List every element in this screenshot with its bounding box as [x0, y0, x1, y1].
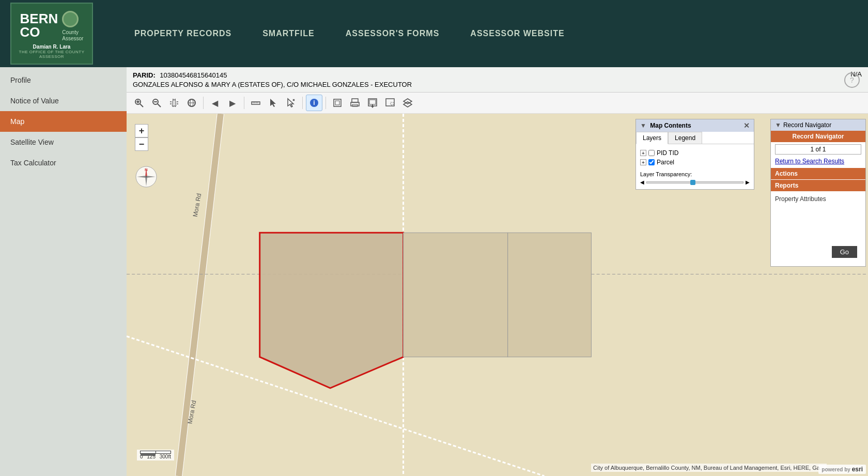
toolbar-sep-4	[326, 97, 326, 109]
map-overlay: Mora Rd Mora Rd	[127, 114, 868, 476]
record-navigator-panel: ▼ Record Navigator Record Navigator Retu…	[770, 119, 866, 267]
map-attribution: City of Albuquerque, Bernalillo County, …	[591, 464, 827, 472]
next-extent-btn[interactable]: ▶	[224, 95, 241, 111]
print-tool-btn[interactable]	[347, 95, 363, 111]
transparency-label: Layer Transparency:	[640, 171, 692, 177]
return-to-search-link[interactable]: Return to Search Results	[771, 157, 865, 168]
svg-rect-40	[404, 233, 508, 357]
layer-expand-parcel[interactable]: +	[640, 159, 646, 165]
overview-tool-btn[interactable]	[382, 95, 398, 111]
svg-rect-23	[352, 99, 358, 102]
layers-tab[interactable]: Layers	[636, 132, 668, 144]
legend-tab[interactable]: Legend	[668, 132, 702, 144]
sidebar-item-notice-of-value[interactable]: Notice of Value	[0, 90, 127, 111]
actions-section[interactable]: Actions	[771, 168, 865, 179]
logo-co: CO	[20, 25, 58, 39]
svg-text:Mora Rd: Mora Rd	[186, 400, 197, 425]
svg-text:i: i	[313, 99, 315, 106]
map-toolbar: ◀ ▶ i	[127, 93, 868, 114]
slider-right-arrow[interactable]: ▶	[746, 179, 750, 185]
svg-marker-39	[260, 233, 404, 388]
zoom-in-tool-btn[interactable]	[131, 95, 147, 111]
svg-rect-21	[334, 99, 341, 106]
compass: N	[135, 165, 156, 186]
layer-checkbox-pid[interactable]	[648, 150, 655, 156]
layer-expand-pid[interactable]: +	[640, 150, 646, 156]
sidebar: Profile Notice of Value Map Satellite Vi…	[0, 67, 127, 476]
measure-tool-btn[interactable]	[247, 95, 264, 111]
svg-marker-15	[270, 99, 276, 107]
reports-section[interactable]: Reports	[771, 180, 865, 191]
main-content: Profile Notice of Value Map Satellite Vi…	[0, 67, 868, 476]
panel-tabs: Layers Legend	[636, 132, 754, 144]
go-button[interactable]: Go	[832, 246, 857, 258]
layers-tool-btn[interactable]	[399, 95, 416, 111]
esri-logo: powered by esri	[818, 465, 866, 474]
zoom-out-tool-btn[interactable]	[148, 95, 165, 111]
map-area[interactable]: Mora Rd Mora Rd + −	[127, 114, 868, 476]
zoom-out-btn[interactable]: −	[135, 137, 148, 151]
nav-smartfile[interactable]: SMARTFILE	[262, 29, 315, 38]
svg-line-35	[179, 114, 221, 476]
parid-label: PARID:	[133, 71, 156, 79]
help-button[interactable]: ?	[844, 72, 860, 88]
layer-label-pid: PID TID	[657, 149, 678, 157]
clear-tool-btn[interactable]	[283, 95, 299, 111]
transparency-row: Layer Transparency: ◀ ▶	[640, 171, 750, 185]
nav-assessor-website[interactable]: ASSESSOR WEBSITE	[470, 29, 564, 38]
zoom-controls: + −	[135, 124, 148, 151]
toolbar-sep-1	[203, 97, 204, 109]
pan-tool-btn[interactable]	[166, 95, 182, 111]
map-contents-panel: ▼ Map Contents ✕ Layers Legend + PID	[636, 119, 754, 190]
property-attributes-link[interactable]: Property Attributes	[771, 191, 865, 207]
svg-marker-33	[404, 102, 412, 107]
map-contents-header: ▼ Map Contents ✕	[636, 119, 754, 132]
panel-body: + PID TID + Parcel Layer Transparency:	[636, 144, 754, 189]
slider-left-arrow[interactable]: ◀	[640, 179, 644, 185]
map-contents-close[interactable]: ✕	[743, 121, 750, 130]
record-nav-header-bar: ▼ Record Navigator	[771, 119, 865, 131]
svg-line-5	[158, 104, 161, 107]
prev-extent-btn[interactable]: ◀	[207, 95, 223, 111]
nav-property-records[interactable]: PROPERTY RECORDS	[134, 29, 231, 38]
layer-checkbox-parcel[interactable]	[648, 159, 655, 165]
zoom-in-btn[interactable]: +	[135, 124, 148, 137]
scale-bar: 0 125 300ft	[137, 450, 174, 460]
svg-rect-22	[335, 101, 339, 105]
toolbar-sep-2	[244, 97, 244, 109]
parid-value: 103804546815640145	[160, 71, 227, 79]
svg-line-38	[127, 336, 544, 476]
zoom-parcel-btn[interactable]	[329, 95, 346, 111]
logo-subtitle: THE OFFICE OF THE COUNTY ASSESSOR	[11, 50, 92, 59]
logo-county: County	[62, 29, 79, 36]
logo-name: Damian R. Lara	[11, 44, 92, 50]
transparency-thumb[interactable]	[690, 180, 695, 185]
sidebar-item-profile[interactable]: Profile	[0, 70, 127, 90]
select-tool-btn[interactable]	[265, 95, 282, 111]
svg-rect-27	[369, 100, 376, 104]
nav-assessors-forms[interactable]: ASSESSOR'S FORMS	[346, 29, 440, 38]
sidebar-item-satellite-view[interactable]: Satellite View	[0, 132, 127, 152]
layer-row-pid: + PID TID	[640, 148, 750, 158]
scale-300: 300ft	[160, 454, 171, 459]
svg-rect-10	[252, 102, 260, 104]
content-area: PARID: 103804546815640145 N/A GONZALES A…	[127, 67, 868, 476]
logo-bern: BERN	[20, 12, 58, 25]
sidebar-item-map[interactable]: Map	[0, 111, 127, 132]
info-tool-btn[interactable]: i	[306, 95, 322, 111]
globe-tool-btn[interactable]	[183, 95, 200, 111]
export-tool-btn[interactable]	[364, 95, 381, 111]
svg-line-1	[140, 104, 143, 107]
svg-text:Mora Rd: Mora Rd	[192, 193, 203, 218]
svg-rect-41	[508, 233, 592, 357]
sidebar-item-tax-calculator[interactable]: Tax Calculator	[0, 152, 127, 173]
record-nav-title[interactable]: Record Navigator	[771, 131, 865, 142]
layer-row-parcel: + Parcel	[640, 158, 750, 167]
record-nav-input[interactable]	[775, 144, 861, 155]
map-canvas: Mora Rd Mora Rd + −	[127, 114, 868, 476]
svg-marker-16	[288, 99, 293, 107]
owner-name: GONZALES ALFONSO & MARY A (ESTATES OF), …	[133, 81, 412, 88]
layer-label-parcel: Parcel	[657, 159, 674, 166]
property-bar: PARID: 103804546815640145 N/A GONZALES A…	[127, 67, 868, 93]
svg-text:N: N	[145, 167, 148, 172]
